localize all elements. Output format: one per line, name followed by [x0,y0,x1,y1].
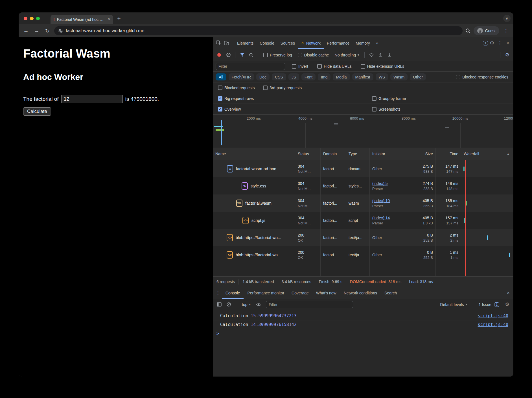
drawer-menu-icon[interactable]: ⋮ [214,289,222,297]
disable-cache-checkbox[interactable]: Disable cache [298,53,329,57]
filter-chip-ws[interactable]: WS [376,73,388,80]
devtools-close-icon[interactable]: × [504,39,512,47]
close-window-button[interactable] [24,17,27,20]
initiator-link[interactable]: (index):10 [372,198,409,203]
big-request-rows-checkbox[interactable]: ✓ Big request rows [218,96,367,101]
header-initiator[interactable]: Initiator [370,148,412,160]
checkbox-checked[interactable]: ✓ [218,96,222,101]
filter-chip-wasm[interactable]: Wasm [390,73,408,80]
javascript-context-dropdown[interactable]: top ▾ [242,302,251,307]
new-tab-button[interactable]: + [117,15,121,21]
issues-icon[interactable]: 1 [483,41,488,45]
console-filter-input[interactable] [266,301,353,308]
request-row[interactable]: <> blob:https://factorial-wa... 200OK fa… [213,246,513,263]
profile-button[interactable]: Guest [474,26,499,35]
filter-chip-css[interactable]: CSS [272,73,286,80]
tab-console[interactable]: Console [257,37,277,49]
preserve-log-checkbox[interactable]: Preserve log [263,53,292,57]
request-row[interactable]: ≡ factorial-wasm-ad-hoc-... 304Not M... … [213,160,513,177]
browser-tab[interactable]: ! Factorial Wasm (ad hoc Work × [51,15,113,24]
network-settings-gear-icon[interactable]: ⚙ [503,51,511,59]
factorial-input[interactable] [61,95,123,103]
drawer-tab-console[interactable]: Console [222,287,244,299]
third-party-requests-checkbox[interactable]: 3rd-party requests [263,86,302,90]
checkbox[interactable] [218,86,222,90]
filter-chip-font[interactable]: Font [301,73,316,80]
network-filter-input[interactable] [216,63,285,70]
reload-button[interactable]: ↻ [43,28,51,34]
calculate-button[interactable]: Calculate [23,107,51,116]
live-expression-eye-icon[interactable] [255,301,262,309]
tab-search-button[interactable]: ∨ [503,15,511,22]
checkbox-checked[interactable]: ✓ [218,107,222,111]
log-levels-dropdown[interactable]: Default levels ▾ [440,302,467,307]
checkbox[interactable] [292,64,296,69]
minimize-window-button[interactable] [30,17,34,20]
import-har-icon[interactable] [376,51,384,59]
source-link[interactable]: script.js:40 [478,322,508,327]
device-toolbar-icon[interactable] [222,39,230,47]
issues-counter[interactable]: 1 Issue: 1 [479,302,499,307]
tab-network[interactable]: ⚠ Network [298,37,324,49]
header-status[interactable]: Status [295,148,321,160]
blocked-response-cookies-checkbox[interactable]: Blocked response cookies [456,75,508,79]
request-name-cell[interactable]: <> script.js [213,212,295,229]
request-row[interactable]: <> script.js 304Not M... factori... scri… [213,212,513,229]
initiator-link[interactable]: (index):14 [372,216,409,220]
console-sidebar-icon[interactable] [215,301,223,309]
request-name-cell[interactable]: WA factorial.wasm [213,194,295,212]
tab-close-icon[interactable]: × [108,17,110,22]
network-overview-timeline[interactable]: 2000 ms 4000 ms 6000 ms 8000 ms 10000 ms… [213,115,513,148]
filter-chip-doc[interactable]: Doc [256,73,270,80]
header-name[interactable]: Name [213,148,295,160]
browser-menu-icon[interactable]: ⋮ [502,28,510,34]
screenshots-checkbox[interactable]: Screenshots [372,107,508,111]
filter-chip-img[interactable]: Img [318,73,330,80]
header-time[interactable]: Time [436,148,461,160]
tab-sources[interactable]: Sources [277,37,298,49]
throttling-dropdown[interactable]: No throttling ▾ [335,53,359,57]
request-row[interactable]: ✎ style.css 304Not M... factori... style… [213,177,513,194]
console-prompt[interactable]: > [213,329,513,338]
address-bar[interactable]: factorial-wasm-ad-hoc-worker.glitch.me [54,26,463,35]
drawer-tab-whats-new[interactable]: What's new [312,287,340,299]
checkbox[interactable] [372,96,376,101]
header-size[interactable]: Size [412,148,436,160]
drawer-tab-coverage[interactable]: Coverage [288,287,312,299]
request-name-cell[interactable]: ≡ factorial-wasm-ad-hoc-... [213,160,295,177]
group-by-frame-checkbox[interactable]: Group by frame [372,96,508,101]
filter-chip-other[interactable]: Other [410,73,426,80]
request-name-cell[interactable]: <> blob:https://factorial-wa... [213,229,295,246]
clear-network-log-icon[interactable] [224,51,232,59]
tab-elements[interactable]: Elements [234,37,257,49]
checkbox[interactable] [298,53,302,57]
header-waterfall[interactable]: Waterfall ▲ [461,148,513,160]
filter-chip-js[interactable]: JS [288,73,299,80]
filter-chip-all[interactable]: All [216,73,226,80]
blocked-requests-checkbox[interactable]: Blocked requests [218,86,255,90]
export-har-icon[interactable] [386,51,393,59]
overview-checkbox[interactable]: ✓ Overview [218,107,367,111]
checkbox[interactable] [317,64,322,69]
request-row[interactable]: WA factorial.wasm 304Not M... factori...… [213,194,513,212]
filter-funnel-icon[interactable] [238,51,246,59]
hide-extension-urls-checkbox[interactable]: Hide extension URLs [361,64,404,69]
drawer-tab-network-conditions[interactable]: Network conditions [340,287,381,299]
request-name-cell[interactable]: ✎ style.css [213,177,295,194]
record-network-log-button[interactable] [217,53,221,57]
initiator-link[interactable]: (index):5 [372,181,409,186]
request-name-cell[interactable]: <> blob:https://factorial-wa... [213,246,295,263]
forward-button[interactable]: → [33,28,41,34]
checkbox[interactable] [361,64,365,69]
requests-table-header[interactable]: Name Status Domain Type Initiator Size T… [213,148,513,160]
filter-chip-media[interactable]: Media [333,73,350,80]
network-conditions-icon[interactable] [367,51,375,59]
console-settings-icon[interactable]: ⚙ [503,301,511,309]
invert-checkbox[interactable]: Invert [292,64,308,69]
devtools-menu-icon[interactable]: ⋮ [496,39,504,47]
header-domain[interactable]: Domain [321,148,346,160]
request-row[interactable]: <> blob:https://factorial-wa... 200OK fa… [213,229,513,246]
devtools-settings-icon[interactable]: ⚙ [488,39,496,47]
back-button[interactable]: ← [22,28,30,34]
filter-chip-fetch-xhr[interactable]: Fetch/XHR [229,73,254,80]
